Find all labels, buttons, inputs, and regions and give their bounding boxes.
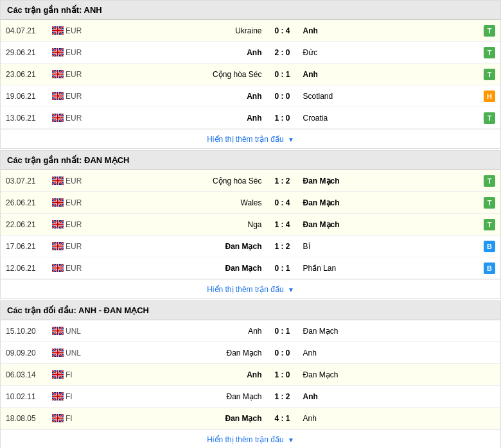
flag-icon xyxy=(52,48,64,56)
match-date: 23.06.21 xyxy=(6,70,52,79)
match-away: Anh xyxy=(299,349,484,358)
match-date: 13.06.21 xyxy=(6,114,52,123)
show-more-row: Hiển thị thêm trận đấu ▼ xyxy=(1,129,500,148)
match-tournament: EUR xyxy=(52,242,81,251)
show-more-row: Hiển thị thêm trận đấu ▼ xyxy=(1,279,500,298)
show-more-link[interactable]: Hiển thị thêm trận đấu ▼ xyxy=(207,135,294,144)
svg-rect-9 xyxy=(52,30,64,31)
match-date: 06.03.14 xyxy=(6,370,52,379)
match-home: Đan Mạch xyxy=(81,242,266,251)
match-home: Đan Mạch xyxy=(81,349,266,358)
match-row: 29.06.21 EUR Anh2 : 0ĐứcT xyxy=(1,42,500,64)
tournament-label: EUR xyxy=(66,114,82,123)
section-anh: Các trận gần nhất: ANH04.07.21 EUR Ukrai… xyxy=(0,0,501,149)
match-score: 2 : 0 xyxy=(266,48,299,57)
tournament-label: FI xyxy=(66,414,73,423)
match-home: Anh xyxy=(81,92,266,101)
flag-icon xyxy=(52,264,64,272)
flag-icon xyxy=(52,392,64,401)
result-badge: T xyxy=(484,175,495,187)
flag-icon xyxy=(52,26,64,35)
match-home: Wales xyxy=(81,198,266,207)
match-home: Đan Mạch xyxy=(81,264,266,273)
match-score: 1 : 2 xyxy=(266,177,299,185)
match-row: 04.07.21 EUR Ukraine0 : 4AnhT xyxy=(1,20,500,42)
match-tournament: EUR xyxy=(52,220,81,229)
match-home: Anh xyxy=(81,370,266,379)
match-score: 1 : 0 xyxy=(266,370,299,379)
svg-rect-99 xyxy=(52,268,64,269)
match-home: Đan Mạch xyxy=(81,414,266,423)
section-doi-dau: Các trận đối đầu: ANH - ĐAN MẠCH15.10.20… xyxy=(0,300,501,448)
match-score: 4 : 1 xyxy=(266,414,299,423)
show-more-link[interactable]: Hiển thị thêm trận đấu ▼ xyxy=(207,435,294,444)
result-badge: B xyxy=(484,241,495,252)
match-away: Đan Mạch xyxy=(299,198,484,207)
match-score: 1 : 0 xyxy=(266,114,299,123)
match-row: 18.08.05 FI Đan Mạch4 : 1Anh xyxy=(1,408,500,429)
match-row: 22.06.21 EUR Nga1 : 4Đan MạchT xyxy=(1,214,500,236)
match-tournament: FI xyxy=(52,392,81,401)
section-dan-mach: Các trận gần nhất: ĐAN MẠCH03.07.21 EUR … xyxy=(0,150,501,299)
match-score: 0 : 4 xyxy=(266,26,299,35)
match-tournament: EUR xyxy=(52,177,81,185)
match-tournament: UNL xyxy=(52,327,81,336)
match-away: Anh xyxy=(299,392,484,401)
tournament-label: EUR xyxy=(66,70,82,79)
match-date: 04.07.21 xyxy=(6,26,52,35)
flag-icon xyxy=(52,114,64,122)
match-tournament: EUR xyxy=(52,92,81,101)
match-date: 22.06.21 xyxy=(6,220,52,229)
svg-rect-109 xyxy=(52,331,64,332)
match-home: Đan Mạch xyxy=(81,392,266,401)
result-badge: T xyxy=(484,25,495,37)
match-home: Anh xyxy=(81,48,266,57)
match-date: 03.07.21 xyxy=(6,177,52,185)
flag-icon xyxy=(52,198,64,207)
match-date: 12.06.21 xyxy=(6,264,52,273)
match-tournament: UNL xyxy=(52,349,81,358)
flag-icon xyxy=(52,220,64,228)
svg-rect-119 xyxy=(52,352,64,354)
show-more-row: Hiển thị thêm trận đấu ▼ xyxy=(1,429,500,448)
flag-icon xyxy=(52,370,64,379)
svg-rect-29 xyxy=(52,74,64,75)
tournament-label: EUR xyxy=(66,48,82,57)
match-score: 0 : 0 xyxy=(266,349,299,358)
match-date: 19.06.21 xyxy=(6,92,52,101)
show-more-link[interactable]: Hiển thị thêm trận đấu ▼ xyxy=(207,285,294,294)
chevron-down-icon: ▼ xyxy=(288,136,294,143)
tournament-label: FI xyxy=(66,370,73,379)
match-score: 1 : 2 xyxy=(266,392,299,401)
match-away: Đan Mạch xyxy=(299,220,484,229)
match-score: 0 : 1 xyxy=(266,264,299,273)
match-date: 29.06.21 xyxy=(6,48,52,57)
svg-rect-129 xyxy=(52,374,64,375)
match-score: 0 : 1 xyxy=(266,327,299,336)
match-tournament: EUR xyxy=(52,48,81,57)
match-away: Đức xyxy=(299,48,484,57)
match-away: Đan Mạch xyxy=(299,370,484,379)
match-tournament: EUR xyxy=(52,70,81,79)
section-header-anh: Các trận gần nhất: ANH xyxy=(1,1,500,20)
tournament-label: UNL xyxy=(66,349,81,358)
match-home: Ukraine xyxy=(81,26,266,35)
svg-rect-39 xyxy=(52,96,64,97)
svg-rect-149 xyxy=(52,418,64,419)
flag-icon xyxy=(52,327,64,335)
flag-icon xyxy=(52,242,64,250)
match-date: 09.09.20 xyxy=(6,349,52,358)
match-score: 0 : 1 xyxy=(266,70,299,79)
match-home: Anh xyxy=(81,327,266,336)
result-badge: T xyxy=(484,197,495,209)
match-date: 18.08.05 xyxy=(6,414,52,423)
tournament-label: FI xyxy=(66,392,73,401)
match-away: Anh xyxy=(299,70,484,79)
match-score: 0 : 4 xyxy=(266,198,299,207)
svg-rect-49 xyxy=(52,117,64,119)
tournament-label: EUR xyxy=(66,177,82,185)
match-tournament: EUR xyxy=(52,264,81,273)
match-away: Anh xyxy=(299,26,484,35)
match-row: 06.03.14 FI Anh1 : 0Đan Mạch xyxy=(1,364,500,386)
svg-rect-79 xyxy=(52,224,64,225)
